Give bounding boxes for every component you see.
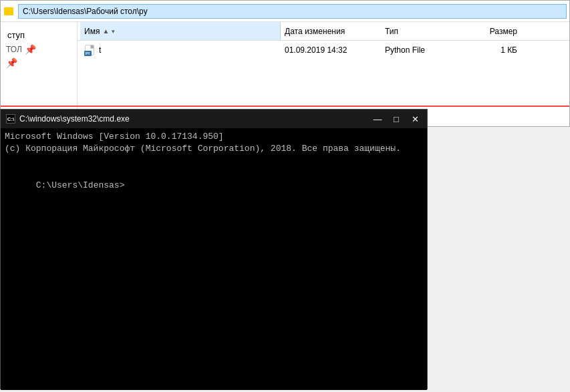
python-file-icon: PY bbox=[84, 45, 95, 55]
column-date-label: Дата изменения bbox=[285, 27, 345, 36]
explorer-icon bbox=[3, 6, 14, 17]
cmd-icon-text: C:\ bbox=[7, 116, 15, 122]
sort-arrow: ▲ bbox=[102, 27, 109, 35]
file-size-cell: 1 КБ bbox=[468, 41, 521, 59]
column-size-label: Размер bbox=[490, 27, 517, 36]
pin-icon-2: 📌 bbox=[6, 57, 17, 68]
column-header-name[interactable]: Имя ▲ ▾ bbox=[80, 22, 281, 40]
sidebar-item-1[interactable]: ступ bbox=[1, 27, 77, 43]
address-path: C:\Users\Idensas\Рабочий стол\py bbox=[23, 7, 148, 16]
file-name: t bbox=[99, 45, 101, 55]
cmd-body: Microsoft Windows [Version 10.0.17134.95… bbox=[1, 128, 427, 390]
cmd-close-button[interactable]: ✕ bbox=[408, 112, 422, 126]
cmd-minimize-button[interactable]: — bbox=[371, 112, 384, 126]
cmd-line-1: Microsoft Windows [Version 10.0.17134.95… bbox=[5, 131, 423, 143]
cmd-titlebar: C:\ C:\windows\system32\cmd.exe — □ ✕ bbox=[1, 110, 427, 128]
sidebar-item-2[interactable]: ТОЛ 📌 bbox=[1, 43, 77, 56]
address-bar[interactable]: C:\Users\Idensas\Рабочий стол\py bbox=[18, 4, 567, 19]
file-date: 01.09.2019 14:32 bbox=[285, 45, 347, 55]
column-name-label: Имя bbox=[84, 27, 100, 36]
column-header-date[interactable]: Дата изменения bbox=[281, 22, 381, 40]
column-name-dropdown[interactable]: ▾ bbox=[112, 28, 115, 35]
file-date-cell: 01.09.2019 14:32 bbox=[281, 41, 381, 59]
cmd-restore-button[interactable]: □ bbox=[390, 112, 403, 126]
cmd-line-2: (с) Корпорация Майкрософт (Microsoft Cor… bbox=[5, 143, 423, 155]
explorer-titlebar: C:\Users\Idensas\Рабочий стол\py bbox=[1, 1, 569, 22]
cmd-controls: — □ ✕ bbox=[371, 112, 422, 126]
explorer-window: C:\Users\Idensas\Рабочий стол\py ступ ТО… bbox=[0, 0, 570, 127]
folder-icon bbox=[4, 7, 13, 15]
column-header-size[interactable]: Размер bbox=[468, 22, 521, 40]
cmd-prompt: C:\Users\Idensas> bbox=[36, 180, 125, 190]
red-divider bbox=[1, 106, 569, 107]
cmd-icon: C:\ bbox=[6, 114, 15, 124]
sidebar-item-2-label: ТОЛ bbox=[6, 45, 22, 54]
cmd-window: C:\ C:\windows\system32\cmd.exe — □ ✕ Mi… bbox=[0, 109, 428, 389]
file-type: Python File bbox=[385, 45, 425, 55]
sidebar-pin-2[interactable]: 📌 bbox=[1, 56, 77, 69]
file-size: 1 КБ bbox=[501, 45, 517, 55]
cmd-title: C:\windows\system32\cmd.exe bbox=[19, 114, 130, 124]
column-headers: Имя ▲ ▾ Дата изменения Тип Размер bbox=[78, 22, 569, 41]
column-type-label: Тип bbox=[385, 27, 398, 36]
cmd-line-3 bbox=[5, 155, 423, 167]
pin-icon-1: 📌 bbox=[25, 44, 36, 55]
column-header-type[interactable]: Тип bbox=[381, 22, 468, 40]
file-name-cell: PY t bbox=[80, 41, 281, 59]
cmd-titlebar-left: C:\ C:\windows\system32\cmd.exe bbox=[6, 114, 130, 124]
file-icon-shape: PY bbox=[85, 45, 94, 55]
table-row[interactable]: PY t 01.09.2019 14:32 Python File 1 КБ bbox=[78, 41, 569, 59]
file-type-cell: Python File bbox=[381, 41, 468, 59]
cmd-prompt-line[interactable]: C:\Users\Idensas> bbox=[5, 168, 423, 204]
